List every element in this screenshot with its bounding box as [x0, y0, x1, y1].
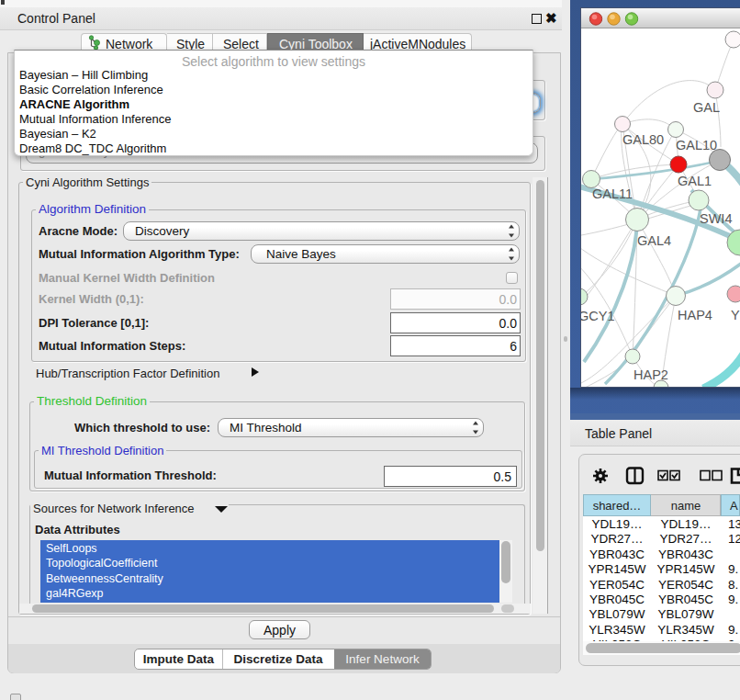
svg-text:Y: Y — [731, 308, 740, 322]
svg-text:GAL1: GAL1 — [678, 174, 712, 188]
svg-text:SWI4: SWI4 — [700, 211, 732, 226]
svg-text:GAL10: GAL10 — [676, 138, 717, 152]
svg-text:GAL: GAL — [693, 100, 720, 115]
svg-text:HAP4: HAP4 — [678, 308, 712, 322]
svg-text:HAP2: HAP2 — [633, 367, 668, 382]
svg-text:GAL11: GAL11 — [592, 186, 633, 201]
svg-text:GCY1: GCY1 — [581, 309, 615, 323]
svg-text:GAL80: GAL80 — [622, 132, 664, 147]
svg-text:GAL4: GAL4 — [637, 233, 671, 248]
